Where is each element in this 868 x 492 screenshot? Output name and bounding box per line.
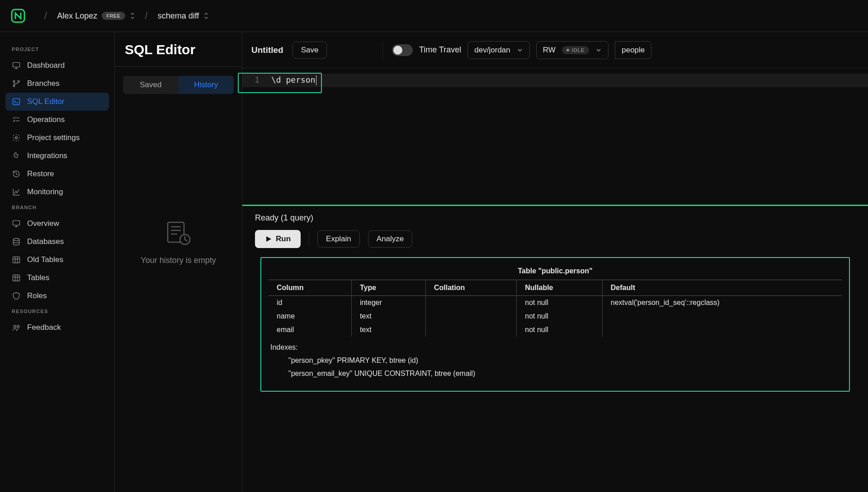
sidebar: PROJECT Dashboard Branches SQL Editor Op… <box>0 32 114 492</box>
sidebar-section-project: PROJECT <box>5 43 109 56</box>
index-line: "person_pkey" PRIMARY KEY, btree (id) <box>270 354 840 367</box>
table-row: name text not null <box>269 309 842 323</box>
table-row: email text not null <box>269 323 842 337</box>
explain-button[interactable]: Explain <box>317 230 360 248</box>
code-line: \d person <box>265 68 316 205</box>
breadcrumb-project-name: schema diff <box>158 11 199 21</box>
chevron-down-icon <box>517 47 523 53</box>
sidebar-item-databases[interactable]: Databases <box>5 233 109 251</box>
sidebar-item-label: Operations <box>27 115 65 124</box>
editor-panel: Untitled Save Time Travel dev/jordan RW … <box>242 32 868 492</box>
editor-toolbar: Untitled Save Time Travel dev/jordan RW … <box>242 32 868 68</box>
monitor-icon <box>12 219 21 228</box>
cell <box>602 309 842 323</box>
code-editor[interactable]: 1 \d person <box>242 68 868 205</box>
logo[interactable] <box>11 9 25 23</box>
sidebar-item-label: Branches <box>27 79 60 88</box>
history-empty-state: Your history is empty <box>115 103 242 492</box>
col-header: Default <box>602 280 842 296</box>
col-header: Collation <box>425 280 516 296</box>
chevron-up-down-icon <box>130 12 135 20</box>
breadcrumb-separator: / <box>44 10 47 22</box>
sidebar-section-resources: RESOURCES <box>5 305 109 319</box>
top-bar: / Alex Lopez FREE / schema diff <box>0 0 868 32</box>
sidebar-item-old-tables[interactable]: Old Tables <box>5 251 109 269</box>
col-header: Column <box>269 280 351 296</box>
svg-point-12 <box>17 325 19 328</box>
document-history-icon <box>165 220 192 246</box>
sidebar-item-operations[interactable]: Operations <box>5 111 109 129</box>
sidebar-item-integrations[interactable]: Integrations <box>5 147 109 165</box>
result-actions: Run Explain Analyze <box>242 223 868 257</box>
result-status: Ready (1 query) <box>242 206 868 223</box>
cell <box>425 296 516 310</box>
svg-point-11 <box>14 325 16 328</box>
chevron-down-icon <box>595 47 602 53</box>
plan-badge: FREE <box>102 12 125 20</box>
sidebar-item-dashboard[interactable]: Dashboard <box>5 56 109 75</box>
mode-label: RW <box>543 46 556 55</box>
time-travel-toggle[interactable] <box>392 44 413 56</box>
sidebar-item-tables[interactable]: Tables <box>5 269 109 287</box>
index-line: "person_email_key" UNIQUE CONSTRAINT, bt… <box>270 367 840 380</box>
svg-point-3 <box>13 85 15 87</box>
center-panel: SQL Editor Saved History Your history is… <box>114 32 242 492</box>
code-text-content: \d person <box>271 75 316 84</box>
sidebar-item-restore[interactable]: Restore <box>5 165 109 183</box>
sidebar-item-label: Dashboard <box>27 61 65 70</box>
breadcrumb-project[interactable]: schema diff <box>158 11 209 21</box>
sidebar-item-overview[interactable]: Overview <box>5 215 109 233</box>
sidebar-item-branches[interactable]: Branches <box>5 75 109 93</box>
sidebar-item-label: Databases <box>27 237 64 246</box>
connection-mode-selector[interactable]: RW IDLE <box>536 41 609 59</box>
sidebar-item-feedback[interactable]: Feedback <box>5 319 109 337</box>
sidebar-item-label: Integrations <box>27 151 67 160</box>
svg-point-4 <box>18 80 19 82</box>
breadcrumb-user-name: Alex Lopez <box>57 11 97 21</box>
line-gutter: 1 <box>242 68 265 205</box>
svg-rect-10 <box>13 275 20 281</box>
save-button[interactable]: Save <box>292 42 327 59</box>
cell <box>425 323 516 337</box>
run-button[interactable]: Run <box>255 230 301 248</box>
svg-rect-5 <box>13 98 20 104</box>
idle-badge: IDLE <box>562 46 589 54</box>
empty-history-text: Your history is empty <box>141 256 216 265</box>
gear-icon <box>12 133 21 142</box>
database-selector[interactable]: people <box>615 41 651 59</box>
result-output: Table "public.person" Column Type Collat… <box>260 257 850 392</box>
sidebar-item-project-settings[interactable]: Project settings <box>5 129 109 147</box>
tab-bar: Saved History <box>115 67 242 103</box>
cell <box>602 323 842 337</box>
git-branch-icon <box>12 79 21 88</box>
database-selector-value: people <box>622 46 645 55</box>
sidebar-item-label: Restore <box>27 169 54 178</box>
analyze-button[interactable]: Analyze <box>368 230 412 248</box>
cell: text <box>351 323 425 337</box>
svg-rect-7 <box>13 220 20 225</box>
checklist-icon <box>12 115 21 124</box>
svg-point-6 <box>15 137 18 139</box>
page-title: SQL Editor <box>115 32 242 67</box>
svg-point-8 <box>13 239 19 241</box>
active-line-highlight <box>242 74 868 87</box>
cell: text <box>351 309 425 323</box>
cell: integer <box>351 296 425 310</box>
puzzle-icon <box>12 151 21 160</box>
tab-saved[interactable]: Saved <box>123 76 179 94</box>
text-cursor <box>316 75 316 85</box>
document-title: Untitled <box>251 45 283 55</box>
breadcrumb-user[interactable]: Alex Lopez FREE <box>57 11 135 21</box>
svg-rect-1 <box>13 62 20 67</box>
result-table-title: Table "public.person" <box>269 267 842 275</box>
sidebar-item-monitoring[interactable]: Monitoring <box>5 183 109 201</box>
svg-rect-9 <box>13 257 20 262</box>
sidebar-item-roles[interactable]: Roles <box>5 287 109 305</box>
cell: not null <box>517 309 602 323</box>
database-icon <box>12 237 21 246</box>
table-icon <box>12 273 21 282</box>
branch-selector[interactable]: dev/jordan <box>467 41 529 59</box>
sidebar-item-sql-editor[interactable]: SQL Editor <box>5 93 109 111</box>
chart-icon <box>12 187 21 197</box>
tab-history[interactable]: History <box>179 76 234 94</box>
